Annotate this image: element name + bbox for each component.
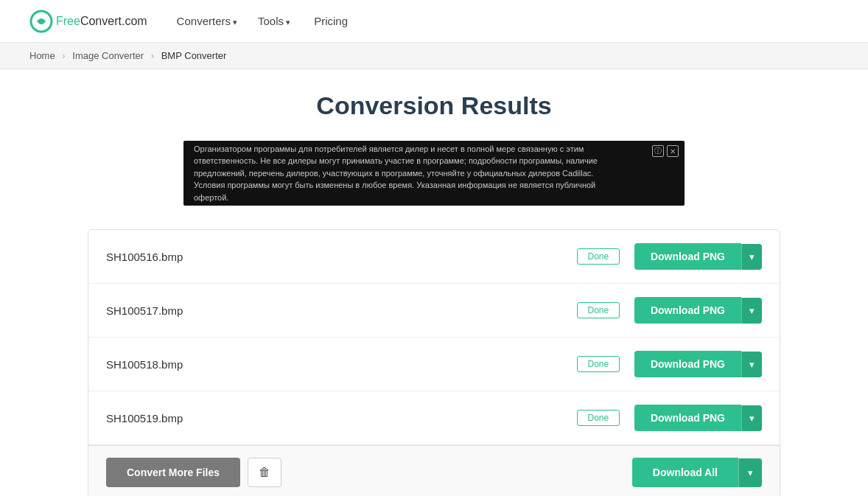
download-all-chevron-button[interactable]: ▾ [738, 458, 762, 487]
download-png-button[interactable]: Download PNG [634, 351, 741, 377]
status-badge: Done [577, 410, 620, 426]
download-png-button[interactable]: Download PNG [634, 297, 741, 324]
logo-icon [29, 10, 53, 33]
trash-button[interactable]: 🗑 [248, 458, 281, 487]
table-row: SH100519.bmp Done Download PNG ▾ [88, 391, 780, 445]
breadcrumb-sep-1: › [62, 50, 65, 61]
breadcrumb-home[interactable]: Home [29, 50, 55, 61]
download-png-button[interactable]: Download PNG [634, 243, 741, 270]
download-chevron-button[interactable]: ▾ [741, 298, 762, 324]
results-container: SH100516.bmp Done Download PNG ▾ SH10051… [88, 229, 780, 496]
navbar: FreeConvert.com Converters Tools Pricing [0, 0, 868, 43]
table-row: SH100518.bmp Done Download PNG ▾ [88, 338, 780, 391]
ad-text: Организатором программы для потребителей… [194, 143, 626, 204]
file-name: SH100518.bmp [106, 358, 562, 371]
download-btn-group: Download PNG ▾ [634, 405, 762, 431]
logo-domain: .com [122, 15, 147, 27]
status-badge: Done [577, 248, 620, 265]
main-content: Conversion Results Организатором програм… [73, 69, 795, 496]
ad-controls: ⓘ ✕ [652, 145, 679, 157]
page-title: Conversion Results [88, 91, 780, 120]
convert-more-button[interactable]: Convert More Files [106, 458, 240, 487]
table-row: SH100517.bmp Done Download PNG ▾ [88, 284, 780, 338]
logo-text: FreeConvert.com [56, 15, 147, 28]
download-chevron-button[interactable]: ▾ [741, 244, 762, 270]
status-badge: Done [577, 356, 620, 372]
converters-link[interactable]: Converters [177, 15, 237, 27]
file-name: SH100519.bmp [106, 412, 562, 425]
nav-pricing[interactable]: Pricing [311, 15, 348, 28]
ad-close-button[interactable]: ✕ [667, 145, 679, 157]
breadcrumb-current: BMP Converter [161, 50, 227, 61]
download-btn-group: Download PNG ▾ [634, 243, 762, 270]
breadcrumb-image-converter[interactable]: Image Converter [72, 50, 144, 61]
table-row: SH100516.bmp Done Download PNG ▾ [88, 230, 780, 284]
pricing-link[interactable]: Pricing [314, 15, 348, 27]
nav-tools[interactable]: Tools [258, 15, 290, 28]
logo-free: Free [56, 15, 80, 27]
nav-links: Converters Tools Pricing [177, 15, 348, 28]
file-name: SH100517.bmp [106, 304, 562, 317]
status-badge: Done [577, 302, 620, 318]
download-all-button[interactable]: Download All [632, 458, 738, 487]
download-btn-group: Download PNG ▾ [634, 351, 762, 377]
actions-row: Convert More Files 🗑 Download All ▾ [88, 445, 780, 496]
file-name: SH100516.bmp [106, 251, 562, 263]
download-chevron-button[interactable]: ▾ [741, 405, 762, 431]
tools-link[interactable]: Tools [258, 15, 290, 27]
download-btn-group: Download PNG ▾ [634, 297, 762, 324]
logo[interactable]: FreeConvert.com [29, 10, 147, 33]
trash-icon: 🗑 [259, 466, 270, 478]
ad-banner: Организатором программы для потребителей… [183, 141, 685, 206]
breadcrumb-sep-2: › [151, 50, 154, 61]
ad-info-button[interactable]: ⓘ [652, 145, 664, 157]
breadcrumb: Home › Image Converter › BMP Converter [0, 43, 868, 69]
download-png-button[interactable]: Download PNG [634, 405, 741, 431]
nav-converters[interactable]: Converters [177, 15, 237, 28]
left-actions: Convert More Files 🗑 [106, 458, 281, 487]
download-all-group: Download All ▾ [632, 458, 762, 487]
download-chevron-button[interactable]: ▾ [741, 352, 762, 377]
logo-convert: Convert [80, 15, 122, 27]
